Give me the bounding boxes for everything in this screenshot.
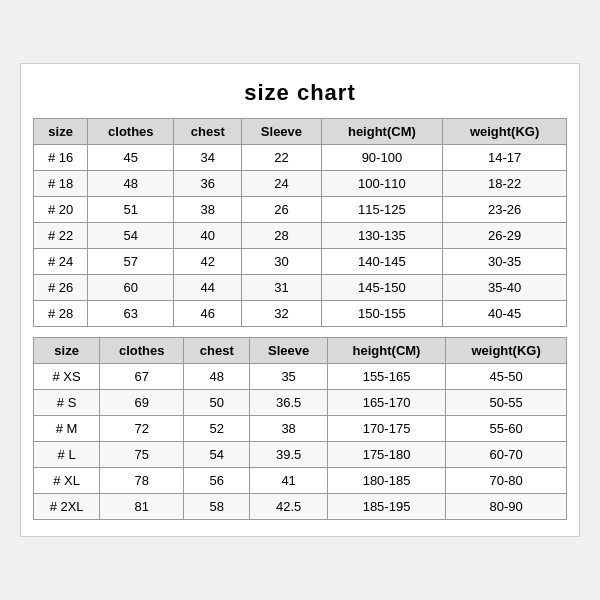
table-cell: 155-165: [327, 364, 445, 390]
table-cell: 26: [242, 197, 321, 223]
table-cell: 42: [174, 249, 242, 275]
column-header: Sleeve: [242, 119, 321, 145]
table-cell: # XL: [34, 468, 100, 494]
table-cell: 58: [184, 494, 250, 520]
table-cell: 67: [100, 364, 184, 390]
table-row: # 18483624100-11018-22: [34, 171, 567, 197]
table-cell: 36: [174, 171, 242, 197]
table-cell: 140-145: [321, 249, 443, 275]
table-cell: 69: [100, 390, 184, 416]
table-cell: 54: [88, 223, 174, 249]
table-cell: 26-29: [443, 223, 567, 249]
table-cell: # M: [34, 416, 100, 442]
table-cell: 50: [184, 390, 250, 416]
table-cell: # 20: [34, 197, 88, 223]
table-cell: 35: [250, 364, 327, 390]
table-cell: 42.5: [250, 494, 327, 520]
table-cell: 78: [100, 468, 184, 494]
table-cell: 145-150: [321, 275, 443, 301]
column-header: weight(KG): [446, 338, 567, 364]
table-cell: 44: [174, 275, 242, 301]
table-row: # XS674835155-16545-50: [34, 364, 567, 390]
table-cell: 41: [250, 468, 327, 494]
table-cell: 75: [100, 442, 184, 468]
table-cell: # 26: [34, 275, 88, 301]
size-chart-card: size chart sizeclotheschestSleeveheight(…: [20, 63, 580, 537]
table-cell: 165-170: [327, 390, 445, 416]
size-table-2: sizeclotheschestSleeveheight(CM)weight(K…: [33, 337, 567, 520]
table-cell: # S: [34, 390, 100, 416]
table-cell: # 28: [34, 301, 88, 327]
table-cell: 51: [88, 197, 174, 223]
table-cell: # 2XL: [34, 494, 100, 520]
table-cell: 35-40: [443, 275, 567, 301]
table-row: # 26604431145-15035-40: [34, 275, 567, 301]
table-cell: 50-55: [446, 390, 567, 416]
table-cell: # 24: [34, 249, 88, 275]
table-cell: 150-155: [321, 301, 443, 327]
table-cell: 48: [88, 171, 174, 197]
column-header: height(CM): [321, 119, 443, 145]
table-cell: 57: [88, 249, 174, 275]
column-header: clothes: [100, 338, 184, 364]
table-cell: 38: [250, 416, 327, 442]
table-cell: 70-80: [446, 468, 567, 494]
table-cell: 130-135: [321, 223, 443, 249]
table-cell: 100-110: [321, 171, 443, 197]
table-cell: 72: [100, 416, 184, 442]
table-cell: 52: [184, 416, 250, 442]
table-cell: 31: [242, 275, 321, 301]
table-cell: 22: [242, 145, 321, 171]
table-row: # 2XL815842.5185-19580-90: [34, 494, 567, 520]
table-cell: 46: [174, 301, 242, 327]
table-cell: 40-45: [443, 301, 567, 327]
table-cell: 56: [184, 468, 250, 494]
table-cell: 32: [242, 301, 321, 327]
table-row: # L755439.5175-18060-70: [34, 442, 567, 468]
table-cell: 90-100: [321, 145, 443, 171]
column-header: size: [34, 338, 100, 364]
table-cell: 185-195: [327, 494, 445, 520]
table-cell: 45: [88, 145, 174, 171]
table-cell: 30: [242, 249, 321, 275]
table-cell: 180-185: [327, 468, 445, 494]
table-row: # 28634632150-15540-45: [34, 301, 567, 327]
table-cell: 23-26: [443, 197, 567, 223]
table-cell: 36.5: [250, 390, 327, 416]
table-cell: 30-35: [443, 249, 567, 275]
table-cell: 39.5: [250, 442, 327, 468]
column-header: size: [34, 119, 88, 145]
table-cell: 175-180: [327, 442, 445, 468]
table-cell: 18-22: [443, 171, 567, 197]
table-row: # 1645342290-10014-17: [34, 145, 567, 171]
column-header: Sleeve: [250, 338, 327, 364]
table-row: # 22544028130-13526-29: [34, 223, 567, 249]
table-cell: 60-70: [446, 442, 567, 468]
table-cell: 34: [174, 145, 242, 171]
table-cell: 55-60: [446, 416, 567, 442]
table-cell: 45-50: [446, 364, 567, 390]
table-cell: 28: [242, 223, 321, 249]
table-cell: # XS: [34, 364, 100, 390]
table-cell: 80-90: [446, 494, 567, 520]
table-row: # XL785641180-18570-80: [34, 468, 567, 494]
table-cell: 60: [88, 275, 174, 301]
column-header: height(CM): [327, 338, 445, 364]
table-row: # S695036.5165-17050-55: [34, 390, 567, 416]
table-cell: # L: [34, 442, 100, 468]
table-cell: 63: [88, 301, 174, 327]
table-cell: 81: [100, 494, 184, 520]
table-cell: 54: [184, 442, 250, 468]
table-cell: 115-125: [321, 197, 443, 223]
column-header: clothes: [88, 119, 174, 145]
table-row: # M725238170-17555-60: [34, 416, 567, 442]
table-cell: 14-17: [443, 145, 567, 171]
table-cell: # 16: [34, 145, 88, 171]
column-header: weight(KG): [443, 119, 567, 145]
table-cell: 170-175: [327, 416, 445, 442]
table-cell: # 18: [34, 171, 88, 197]
column-header: chest: [174, 119, 242, 145]
table-cell: 40: [174, 223, 242, 249]
table-cell: # 22: [34, 223, 88, 249]
size-table-1: sizeclotheschestSleeveheight(CM)weight(K…: [33, 118, 567, 327]
